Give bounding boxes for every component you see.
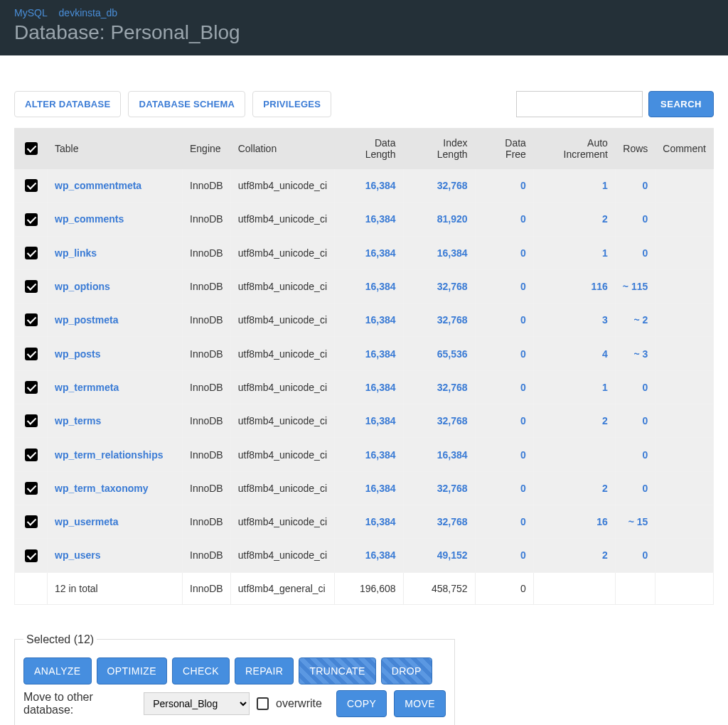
col-rows[interactable]: Rows xyxy=(615,129,655,169)
auto-increment: 1 xyxy=(533,370,615,404)
search-button[interactable]: SEARCH xyxy=(648,91,714,117)
copy-button[interactable]: COPY xyxy=(336,690,387,717)
alter-database-button[interactable]: ALTER DATABASE xyxy=(14,91,121,117)
collation: utf8mb4_unicode_ci xyxy=(230,337,334,370)
toolbar: ALTER DATABASE DATABASE SCHEMA PRIVILEGE… xyxy=(0,80,728,128)
col-data-length[interactable]: Data Length xyxy=(335,129,404,169)
auto-increment: 4 xyxy=(533,337,615,370)
col-engine[interactable]: Engine xyxy=(183,129,231,169)
total-data-free: 0 xyxy=(475,572,533,604)
comment xyxy=(655,370,714,404)
index-length: 32,768 xyxy=(403,404,475,438)
table-link[interactable]: wp_term_relationships xyxy=(55,449,164,461)
total-engine: InnoDB xyxy=(183,572,231,604)
overwrite-checkbox[interactable] xyxy=(257,697,269,710)
engine: InnoDB xyxy=(183,304,231,337)
repair-button[interactable]: REPAIR xyxy=(235,657,294,684)
col-collation[interactable]: Collation xyxy=(230,129,334,169)
data-length: 16,384 xyxy=(335,304,404,337)
breadcrumb-db[interactable]: devkinsta_db xyxy=(59,7,118,18)
col-data-free[interactable]: Data Free xyxy=(475,129,533,169)
move-target-select[interactable]: Personal_Blog xyxy=(144,692,250,715)
data-free: 0 xyxy=(475,505,533,538)
data-free: 0 xyxy=(475,471,533,505)
row-checkbox[interactable] xyxy=(25,381,38,394)
col-auto-increment[interactable]: Auto Increment xyxy=(533,129,615,169)
row-count: 0 xyxy=(615,471,655,505)
collation: utf8mb4_unicode_ci xyxy=(230,505,334,538)
collation: utf8mb4_unicode_ci xyxy=(230,539,334,572)
engine: InnoDB xyxy=(183,438,231,471)
row-checkbox[interactable] xyxy=(25,414,38,427)
tables-list: Table Engine Collation Data Length Index… xyxy=(14,128,714,605)
truncate-button[interactable]: TRUNCATE xyxy=(299,657,375,684)
auto-increment: 2 xyxy=(533,203,615,236)
privileges-button[interactable]: PRIVILEGES xyxy=(252,91,331,117)
table-link[interactable]: wp_term_taxonomy xyxy=(55,483,148,494)
select-all-checkbox[interactable] xyxy=(25,142,38,155)
comment xyxy=(655,539,714,572)
index-length: 32,768 xyxy=(403,505,475,538)
table-link[interactable]: wp_links xyxy=(55,247,97,259)
drop-button[interactable]: DROP xyxy=(381,657,432,684)
table-row: wp_linksInnoDButf8mb4_unicode_ci16,38416… xyxy=(15,236,714,269)
row-checkbox[interactable] xyxy=(25,515,38,528)
row-checkbox[interactable] xyxy=(25,449,38,461)
row-checkbox[interactable] xyxy=(25,179,38,192)
row-checkbox[interactable] xyxy=(25,549,38,562)
row-checkbox[interactable] xyxy=(25,348,38,360)
table-link[interactable]: wp_users xyxy=(55,549,101,561)
index-length: 16,384 xyxy=(403,236,475,269)
col-table[interactable]: Table xyxy=(48,129,183,169)
index-length: 65,536 xyxy=(403,337,475,370)
check-button[interactable]: CHECK xyxy=(172,657,230,684)
overwrite-label: overwrite xyxy=(276,697,322,710)
table-link[interactable]: wp_terms xyxy=(55,415,101,426)
total-index-length: 458,752 xyxy=(403,572,475,604)
comment xyxy=(655,203,714,236)
table-row: wp_term_taxonomyInnoDButf8mb4_unicode_ci… xyxy=(15,471,714,505)
table-link[interactable]: wp_comments xyxy=(55,213,124,225)
row-count: ~ 15 xyxy=(615,505,655,538)
data-length: 16,384 xyxy=(335,337,404,370)
row-checkbox[interactable] xyxy=(25,213,38,226)
collation: utf8mb4_unicode_ci xyxy=(230,370,334,404)
row-checkbox[interactable] xyxy=(25,247,38,259)
table-link[interactable]: wp_posts xyxy=(55,348,101,360)
total-auto-inc xyxy=(533,572,615,604)
database-schema-button[interactable]: DATABASE SCHEMA xyxy=(128,91,245,117)
analyze-button[interactable]: ANALYZE xyxy=(23,657,92,684)
col-index-length[interactable]: Index Length xyxy=(403,129,475,169)
col-comment[interactable]: Comment xyxy=(655,129,714,169)
optimize-button[interactable]: OPTIMIZE xyxy=(97,657,167,684)
table-link[interactable]: wp_postmeta xyxy=(55,314,118,326)
row-count: 0 xyxy=(615,539,655,572)
data-free: 0 xyxy=(475,539,533,572)
table-link[interactable]: wp_commentmeta xyxy=(55,180,141,191)
data-length: 16,384 xyxy=(335,505,404,538)
table-link[interactable]: wp_usermeta xyxy=(55,516,118,527)
row-checkbox[interactable] xyxy=(25,313,38,326)
auto-increment: 3 xyxy=(533,304,615,337)
data-length: 16,384 xyxy=(335,404,404,438)
collation: utf8mb4_unicode_ci xyxy=(230,438,334,471)
table-link[interactable]: wp_termmeta xyxy=(55,382,119,393)
table-link[interactable]: wp_options xyxy=(55,281,110,292)
page-title: Database: Personal_Blog xyxy=(14,21,714,44)
collation: utf8mb4_unicode_ci xyxy=(230,169,334,203)
index-length: 32,768 xyxy=(403,304,475,337)
move-button[interactable]: MOVE xyxy=(394,690,446,717)
auto-increment xyxy=(533,438,615,471)
search-input[interactable] xyxy=(516,91,643,117)
data-free: 0 xyxy=(475,438,533,471)
engine: InnoDB xyxy=(183,505,231,538)
collation: utf8mb4_unicode_ci xyxy=(230,304,334,337)
breadcrumb-server[interactable]: MySQL xyxy=(14,7,48,18)
table-row: wp_optionsInnoDButf8mb4_unicode_ci16,384… xyxy=(15,269,714,303)
row-checkbox[interactable] xyxy=(25,482,38,495)
row-count: 0 xyxy=(615,404,655,438)
header: MySQL devkinsta_db Database: Personal_Bl… xyxy=(0,0,728,55)
data-free: 0 xyxy=(475,203,533,236)
total-comment xyxy=(655,572,714,604)
row-checkbox[interactable] xyxy=(25,280,38,293)
